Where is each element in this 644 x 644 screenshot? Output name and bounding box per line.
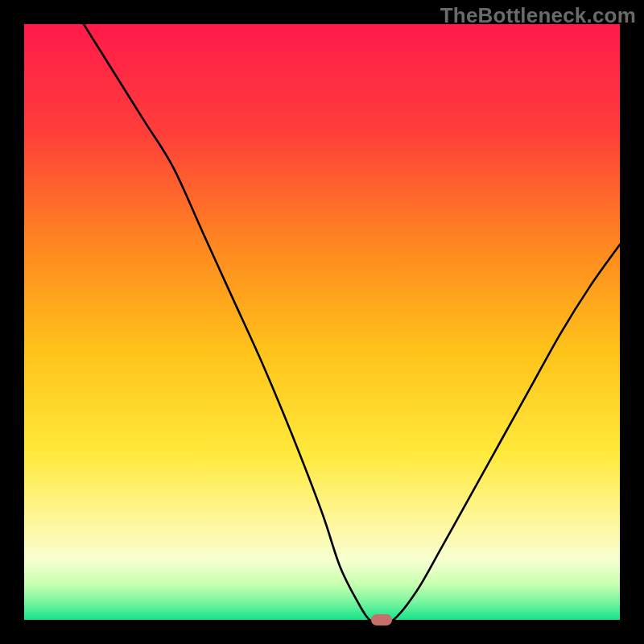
- gradient-background: [24, 24, 620, 620]
- optimal-point-marker: [371, 614, 392, 625]
- plot-area: [24, 24, 620, 620]
- chart-frame: TheBottleneck.com: [0, 0, 644, 644]
- chart-svg: [24, 24, 620, 620]
